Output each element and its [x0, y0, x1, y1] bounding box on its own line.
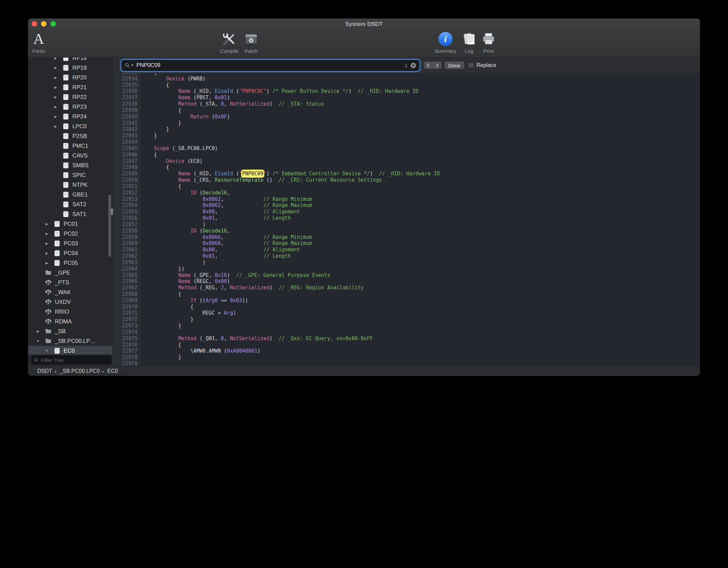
line-number: 22966: [112, 278, 137, 285]
code-line: [142, 361, 440, 366]
line-number: 22957: [112, 221, 137, 228]
disclosure-triangle[interactable]: ▶: [52, 58, 60, 60]
device-icon: [62, 162, 70, 169]
code-line: {: [142, 304, 440, 310]
code-line: 0x00, // Alignment: [142, 209, 440, 215]
sidebar-item-pts[interactable]: _PTS: [28, 278, 112, 287]
patch-button[interactable]: Patch: [233, 31, 270, 54]
disclosure-triangle[interactable]: ▼: [43, 349, 51, 353]
sidebar-item-wak[interactable]: _WAK: [28, 287, 112, 297]
sidebar-item-label: SAT2: [72, 201, 86, 208]
method-icon: [45, 289, 52, 296]
line-number: 22975: [112, 335, 137, 342]
sidebar-item-gpe[interactable]: _GPE: [28, 268, 112, 278]
sidebar-item-rp18[interactable]: ▶RP18: [28, 58, 112, 63]
line-number: 22963: [112, 259, 137, 266]
method-icon: [45, 279, 52, 286]
disclosure-triangle[interactable]: ▶: [52, 85, 60, 89]
sidebar-item-rp24[interactable]: ▶RP24: [28, 112, 112, 121]
clear-search-icon[interactable]: [410, 63, 416, 68]
device-icon: [62, 142, 70, 149]
code-editor[interactable]: 2293322934229352293622937229382293922940…: [112, 73, 700, 366]
sidebar-item-uxdv[interactable]: UXDV: [28, 297, 112, 307]
filter-tree-field[interactable]: [31, 356, 111, 364]
sidebar-item-sb-pc00-lp[interactable]: ▼_SB.PC00.LP…: [28, 336, 112, 346]
breadcrumb-item[interactable]: _SB.PC00.LPC0: [60, 368, 100, 374]
sidebar-item-rp20[interactable]: ▶RP20: [28, 73, 112, 82]
previous-match-button[interactable]: [424, 62, 433, 69]
sidebar-item-label: PC01: [64, 221, 78, 227]
disclosure-triangle[interactable]: ▶: [43, 222, 51, 226]
sidebar-item-sat1[interactable]: SAT1: [28, 209, 112, 219]
disclosure-triangle[interactable]: ▶: [52, 115, 60, 118]
sidebar-item-pc02[interactable]: ▶PC02: [28, 229, 112, 239]
sidebar-item-lpc0[interactable]: ▶LPC0: [28, 121, 112, 131]
disclosure-triangle[interactable]: ▼: [34, 339, 42, 343]
find-field[interactable]: 1: [122, 60, 419, 71]
sidebar-item-ec0[interactable]: ▼EC0: [28, 346, 112, 354]
sidebar-item-pc01[interactable]: ▶PC01: [28, 219, 112, 229]
sidebar-item-gbe1[interactable]: GBE1: [28, 190, 112, 200]
sidebar-item-sat2[interactable]: SAT2: [28, 200, 112, 209]
status-bar: DSDT▸_SB.PC00.LPC0▸EC0: [28, 366, 700, 376]
sidebar-item-rp21[interactable]: ▶RP21: [28, 82, 112, 92]
method-icon: [45, 298, 52, 306]
sidebar-item-cavs[interactable]: CAVS: [28, 151, 112, 161]
sidebar-item-rdma[interactable]: RDMA: [28, 317, 112, 326]
sidebar-item-rp19[interactable]: ▶RP19: [28, 63, 112, 73]
disclosure-triangle[interactable]: ▶: [52, 76, 60, 79]
sidebar-item-pc03[interactable]: ▶PC03: [28, 239, 112, 248]
print-button[interactable]: Print: [470, 31, 507, 54]
line-number: 22935: [112, 82, 137, 88]
sidebar-item-pc05[interactable]: ▶PC05: [28, 258, 112, 268]
device-icon: [62, 94, 70, 101]
sidebar-item-pmc1[interactable]: PMC1: [28, 141, 112, 151]
sidebar-item-label: LPC0: [72, 123, 87, 130]
disclosure-triangle[interactable]: ▶: [34, 329, 42, 333]
code-line: 0x0062, // Range Maximum: [142, 202, 440, 209]
sidebar-item-rrio[interactable]: RRIO: [28, 307, 112, 317]
sidebar-item-label: PMC1: [72, 143, 88, 149]
sidebar-item-ntpk[interactable]: NTPK: [28, 180, 112, 190]
sidebar-item-sb[interactable]: ▶_SB: [28, 326, 112, 336]
sidebar-item-label: PC03: [64, 240, 78, 247]
next-match-button[interactable]: [433, 62, 442, 69]
sidebar-item-p2sb[interactable]: P2SB: [28, 131, 112, 141]
sidebar-item-rp22[interactable]: ▶RP22: [28, 92, 112, 102]
line-number: 22974: [112, 329, 137, 335]
fonts-button[interactable]: A Fonts: [28, 31, 57, 54]
sidebar-item-pc04[interactable]: ▶PC04: [28, 248, 112, 258]
breadcrumb-separator: ▸: [55, 369, 57, 374]
replace-checkbox[interactable]: [468, 63, 474, 68]
disclosure-triangle[interactable]: ▶: [43, 251, 51, 255]
sidebar-item-spic[interactable]: SPIC: [28, 170, 112, 180]
disclosure-triangle[interactable]: ▶: [52, 95, 60, 99]
code-content[interactable]: { Device (PWRB) { Name (_HID, EisaId ("P…: [140, 73, 440, 366]
done-button[interactable]: Done: [444, 62, 464, 69]
code-line: {: [142, 107, 440, 114]
line-number: 22947: [112, 158, 137, 165]
disclosure-triangle[interactable]: ▶: [52, 105, 60, 109]
disclosure-triangle[interactable]: ▶: [43, 242, 51, 245]
disclosure-triangle[interactable]: ▶: [43, 232, 51, 236]
folder-icon: [45, 328, 52, 335]
line-number: 22979: [112, 361, 137, 366]
sidebar-scrollbar[interactable]: [108, 195, 111, 257]
line-number: 22965: [112, 272, 137, 279]
sidebar-item-label: PC05: [64, 260, 78, 267]
breadcrumb-item[interactable]: DSDT: [37, 368, 52, 374]
sidebar-tree[interactable]: ▶RP18▶RP19▶RP20▶RP21▶RP22▶RP23▶RP24▶LPC0…: [28, 58, 112, 354]
sidebar-item-rp23[interactable]: ▶RP23: [28, 102, 112, 112]
device-icon: [62, 113, 70, 120]
find-input[interactable]: [136, 62, 403, 69]
splitter-handle[interactable]: [111, 208, 113, 215]
sidebar-item-smbs[interactable]: SMBS: [28, 161, 112, 170]
search-menu-icon[interactable]: [125, 63, 134, 68]
line-number: 22977: [112, 348, 137, 354]
breadcrumb-item[interactable]: EC0: [107, 368, 118, 374]
filter-tree-input[interactable]: [40, 357, 109, 363]
disclosure-triangle[interactable]: ▶: [43, 261, 51, 265]
disclosure-triangle[interactable]: ▶: [52, 66, 60, 70]
sidebar-item-label: RP23: [72, 104, 87, 110]
disclosure-triangle[interactable]: ▶: [52, 125, 60, 128]
